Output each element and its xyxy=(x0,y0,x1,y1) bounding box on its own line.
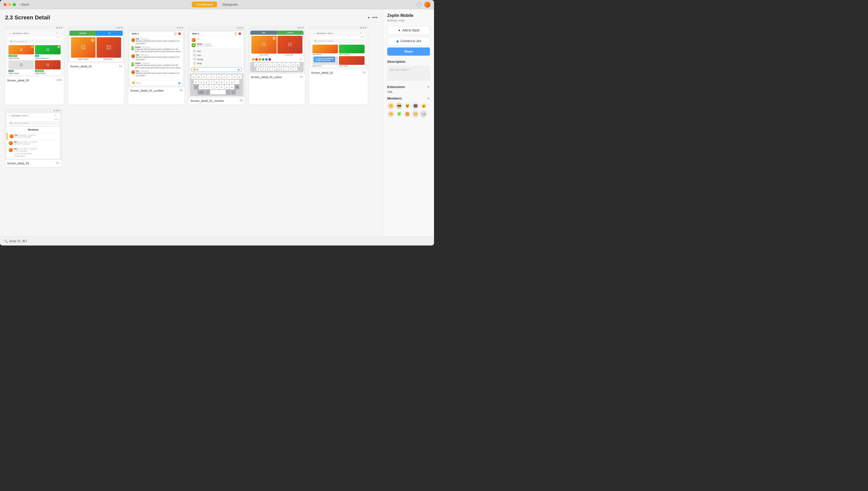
mention-input[interactable]: 🙂 @ ▶ xyxy=(192,67,242,72)
pier-avatar2: 😎 xyxy=(131,54,135,58)
screen-time7: 1w xyxy=(56,162,59,164)
key-n: n xyxy=(224,85,229,89)
v1-date: Yesterday · 12:19 PM xyxy=(18,134,35,136)
ios-tab: IOS xyxy=(96,31,123,36)
pier-name3: Pier xyxy=(136,70,139,72)
dropdown-icon[interactable]: ▾ xyxy=(368,16,370,20)
v3-msg: / Colors updated./ Icons now exportable.… xyxy=(14,150,58,157)
screen-footer6: Screen_detail_02 1w xyxy=(309,69,368,77)
more-options-icon[interactable]: ••• xyxy=(372,15,378,21)
member-avatar-1[interactable]: 😶 xyxy=(387,102,395,110)
ck-u: u xyxy=(282,63,286,67)
mention-george: George xyxy=(192,57,241,61)
mini-search-bar[interactable]: 🔍 Screen_detail_00 xyxy=(8,39,62,43)
screen-preview-colour: WEB ANDROID xyxy=(249,26,305,74)
screen-card-note[interactable]: Note 1 📋 🔴 xyxy=(128,26,184,105)
connect-to-jira-button[interactable]: ◆ Connect to Jira xyxy=(387,37,430,46)
member-avatar-4[interactable]: 🐻 xyxy=(412,102,419,110)
lp-img-android xyxy=(313,45,338,53)
note-header: Note 1 📋 🔴 xyxy=(130,31,183,36)
jump-to[interactable]: 🔍 Jump To, ⌘J xyxy=(4,239,27,243)
search-icon: 🔍 xyxy=(10,40,12,42)
toolbar-dot xyxy=(302,27,303,29)
extensions-header: Extensions ⚙ xyxy=(387,85,430,89)
screen-card-longpress[interactable]: ← My Projects - Grid vi... ⏱ ↑ xyxy=(309,26,368,105)
members-settings-icon[interactable]: ⚙ xyxy=(427,97,430,100)
android-tag2: ANDROID xyxy=(35,70,44,72)
member-avatar-8[interactable]: 🍔 xyxy=(404,111,411,118)
ios-colour-title: Zeplin Mob... xyxy=(277,54,303,56)
description-box[interactable]: Got any notes? xyxy=(387,65,430,81)
screen-time: 1mth xyxy=(56,79,62,81)
mini-nav-lp: ← My Projects - Grid vi... ⏱ ↑ xyxy=(311,31,366,36)
screen-footer: Screen_detail_00 1mth xyxy=(5,77,64,84)
versions-dots xyxy=(7,118,60,120)
pier-msg-content: Pier Yesterday @juhani_lehtimaeki do we … xyxy=(136,38,181,45)
close-button[interactable] xyxy=(4,3,7,6)
pier-avatar: 😎 xyxy=(131,38,135,42)
search-icon-bottom: 🔍 xyxy=(4,239,8,243)
toolbar-dot xyxy=(179,27,181,29)
members-grid: 😶 😎 🦊 🐻 😺 😶 🍀 🍔 😶 +3 xyxy=(387,102,430,118)
toolbar-dot xyxy=(177,27,178,29)
search-icon-lp: 🔍 xyxy=(314,40,317,42)
help-icon[interactable]: ? xyxy=(417,2,422,7)
member-avatar-2[interactable]: 😎 xyxy=(396,102,403,110)
mini-search-v: 🔍 Search for a project xyxy=(8,121,60,125)
screen-toolbar6 xyxy=(309,26,368,29)
settings-icon[interactable]: ⚙ xyxy=(427,85,430,89)
george-name: George xyxy=(197,58,203,60)
key-period: . xyxy=(226,90,230,94)
toolbar-dot xyxy=(181,27,183,29)
more-members-badge[interactable]: +3 xyxy=(420,111,427,118)
note-title-mention: Note 1 xyxy=(192,32,199,35)
longpress-container: ← My Projects - Grid vi... ⏱ ↑ xyxy=(309,29,368,69)
screen-card[interactable]: ← My Projects - Grid vi... ⏱ ↑ xyxy=(5,26,64,105)
toolbar-dot xyxy=(300,27,301,29)
member-avatar-5[interactable]: 😺 xyxy=(420,102,427,110)
juhani-mention-time: Yesterday xyxy=(203,43,211,45)
colour-phone-ios: 🖼 Zeplin Mob... xyxy=(277,36,303,56)
screen-footer5: Screen_detail_01_colour 1w xyxy=(249,74,305,81)
tab-styleguide[interactable]: Styleguide xyxy=(218,2,242,7)
vdot3 xyxy=(57,119,58,120)
member-avatar-3[interactable]: 🦊 xyxy=(404,102,411,110)
reply-bar: 🙂 Reply... ▶ xyxy=(130,80,183,86)
screen-card-versions[interactable]: ← My Projects - Grid vi... ⏱ ↑ xyxy=(5,109,61,167)
screen-name4: Screen_detail_01_mention xyxy=(191,99,224,102)
member-avatar-7[interactable]: 🍀 xyxy=(396,111,403,118)
add-to-slack-button[interactable]: ✦ Add to Slack xyxy=(387,26,430,35)
ck-w: w xyxy=(259,63,263,67)
juhani-msg2-content: Juhani Yesterday It depends what we want… xyxy=(135,62,181,69)
back-button[interactable]: ‹ Back xyxy=(20,3,29,7)
colour-container: WEB ANDROID xyxy=(249,29,305,74)
close-colour-icon[interactable]: ✕ xyxy=(299,58,302,61)
screen-card-mention[interactable]: Note 1 📋 🔴 xyxy=(189,26,245,105)
versions-nav: ← My Projects - Grid vi... ⏱ ↑ xyxy=(7,113,60,118)
slack-icon: ✦ xyxy=(398,28,401,32)
share-button[interactable]: Share xyxy=(387,48,430,56)
tab-dashboard[interactable]: Dashboard xyxy=(192,2,217,7)
screen-preview-versions: ← My Projects - Grid vi... ⏱ ↑ xyxy=(5,109,61,160)
screen-card-zeplin[interactable]: ANDROID IOS 🖼 xyxy=(68,26,124,105)
image-icon: 🖼 xyxy=(20,63,23,67)
key-123: ?123 xyxy=(197,90,205,94)
lp-ios-name: Zeplin Mobile pro... xyxy=(339,54,364,55)
versions-clock: ⏱ xyxy=(55,115,56,117)
note-card: Note 1 📋 🔴 xyxy=(130,31,183,86)
member-avatar-9[interactable]: 😶 xyxy=(412,111,419,118)
minimize-button[interactable] xyxy=(8,3,11,6)
user-avatar[interactable] xyxy=(424,2,430,8)
keyboard-row4: ?123 , . ↩ xyxy=(191,90,242,94)
screen-preview-longpress: ← My Projects - Grid vi... ⏱ ↑ xyxy=(309,26,368,69)
main-content: 2.3 Screen Detail ▾ ••• xyxy=(0,9,434,236)
screen-name7: Screen_detail_03 xyxy=(7,162,29,165)
color-dot-green xyxy=(262,58,264,61)
member-avatar-6[interactable]: 😶 xyxy=(387,111,395,118)
note-header-mention: Note 1 📋 🔴 xyxy=(190,31,243,36)
send-btn[interactable]: ▶ xyxy=(238,68,240,71)
screen-card-colour[interactable]: WEB ANDROID xyxy=(249,26,305,105)
mini-search-lp: 🔍 Search for a project xyxy=(313,39,366,42)
colour-tab-headers: WEB ANDROID xyxy=(250,31,303,35)
fullscreen-button[interactable] xyxy=(13,3,16,6)
